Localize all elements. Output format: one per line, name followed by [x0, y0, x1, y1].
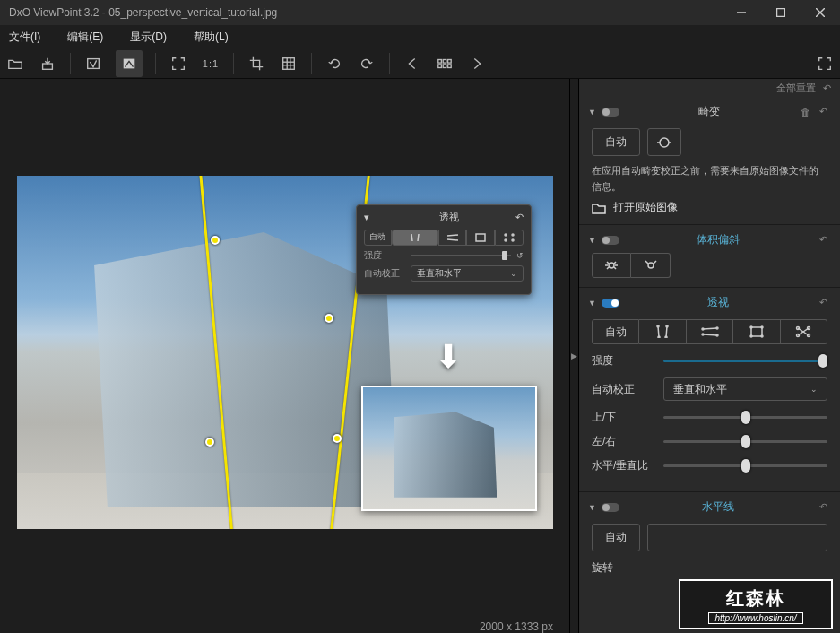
- perspective-rectangle-icon[interactable]: [733, 319, 780, 344]
- fullscreen-icon[interactable]: [815, 54, 835, 74]
- zoom-1to1-button[interactable]: 1:1: [201, 54, 221, 74]
- overlay-autocorrect-label: 自动校正: [364, 267, 405, 280]
- reset-all-icon[interactable]: ↶: [823, 82, 831, 94]
- watermark-url: http://www.hoslin.cn/: [708, 612, 802, 624]
- section-title: 透视: [625, 295, 811, 310]
- section-perspective: ▼ 透视 ↶ 自动 强度 自动校正: [579, 288, 840, 492]
- section-collapse-icon[interactable]: ▼: [588, 503, 596, 512]
- section-title: 水平线: [625, 499, 811, 515]
- leftright-slider[interactable]: [663, 440, 827, 443]
- overlay-horizontal-icon[interactable]: [438, 230, 467, 246]
- section-collapse-icon[interactable]: ▼: [588, 108, 596, 117]
- section-horizon: ▼ 水平线 ↶ 自动 旋转: [579, 492, 840, 585]
- distortion-auto-button[interactable]: 自动: [592, 128, 640, 156]
- section-toggle[interactable]: [602, 503, 619, 512]
- reset-all-button[interactable]: 全部重置: [776, 82, 816, 95]
- guide-handle[interactable]: [205, 438, 214, 447]
- svg-rect-7: [283, 57, 295, 69]
- thumbnails-icon[interactable]: [435, 54, 455, 74]
- updown-label: 上/下: [592, 410, 654, 425]
- section-toggle[interactable]: [602, 236, 619, 245]
- volume-horizontal-icon[interactable]: [592, 253, 631, 278]
- main-toolbar: 1:1: [0, 48, 840, 79]
- view-compare-icon[interactable]: [116, 50, 143, 77]
- open-icon[interactable]: [5, 54, 25, 74]
- result-preview: [361, 386, 537, 511]
- perspective-vertical-icon[interactable]: [639, 319, 686, 344]
- volume-diagonal-icon[interactable]: [631, 253, 671, 278]
- svg-point-25: [505, 239, 507, 241]
- reset-icon[interactable]: ↶: [817, 106, 829, 117]
- strength-label: 强度: [592, 353, 654, 369]
- perspective-8point-icon[interactable]: [781, 319, 827, 344]
- svg-line-21: [447, 239, 458, 240]
- section-volume: ▼ 体积偏斜 ↶: [579, 225, 840, 288]
- horizon-tool-icon[interactable]: [647, 524, 827, 551]
- section-collapse-icon[interactable]: ▼: [588, 299, 596, 308]
- menu-view[interactable]: 显示(D): [126, 28, 170, 47]
- overlay-vertical-icon[interactable]: [392, 230, 438, 246]
- panel-splitter[interactable]: ▶: [569, 79, 578, 633]
- guide-handle[interactable]: [333, 434, 342, 443]
- overlay-auto-button[interactable]: 自动: [364, 230, 393, 246]
- perspective-auto-button[interactable]: 自动: [592, 319, 639, 344]
- section-toggle[interactable]: [602, 108, 619, 117]
- overlay-title: 透视: [384, 211, 515, 224]
- svg-rect-15: [438, 64, 442, 67]
- section-collapse-icon[interactable]: ▼: [588, 236, 596, 245]
- nav-prev-icon[interactable]: [403, 54, 422, 74]
- section-title: 体积偏斜: [625, 232, 811, 247]
- trash-icon[interactable]: 🗑: [799, 107, 811, 117]
- distortion-note: 在应用自动畸变校正之前，需要来自原始图像文件的信息。: [592, 163, 827, 195]
- svg-line-20: [447, 235, 458, 236]
- overlay-strength-reset-icon[interactable]: ↺: [516, 251, 524, 260]
- updown-slider[interactable]: [663, 416, 827, 419]
- overlay-autocorrect-select[interactable]: 垂直和水平⌄: [411, 265, 524, 282]
- close-button[interactable]: [801, 0, 840, 25]
- guide-handle[interactable]: [325, 314, 333, 323]
- undo-icon[interactable]: [325, 54, 344, 74]
- overlay-strength-label: 强度: [364, 249, 405, 262]
- crop-icon[interactable]: [247, 54, 266, 74]
- svg-point-26: [512, 239, 514, 241]
- svg-line-19: [418, 234, 419, 241]
- redo-icon[interactable]: [357, 54, 377, 74]
- minimize-button[interactable]: [722, 0, 761, 25]
- svg-point-27: [660, 138, 669, 147]
- reset-icon[interactable]: ↶: [817, 297, 829, 308]
- open-original-link[interactable]: 打开原始图像: [592, 200, 827, 215]
- grid-icon[interactable]: [279, 54, 299, 74]
- autocorrect-select[interactable]: 垂直和水平⌄: [663, 377, 827, 401]
- overlay-8point-icon[interactable]: [495, 230, 524, 246]
- overlay-collapse-icon[interactable]: ▾: [364, 212, 369, 223]
- distortion-manual-icon[interactable]: [647, 128, 681, 156]
- horizon-auto-button[interactable]: 自动: [592, 524, 640, 551]
- window-title: DxO ViewPoint 3.2 - 05_perspective_verti…: [9, 6, 722, 19]
- menu-help[interactable]: 帮助(L): [190, 28, 232, 47]
- ratio-slider[interactable]: [663, 464, 827, 467]
- view-single-icon[interactable]: [83, 54, 103, 74]
- arrow-down-icon: ⬇: [435, 338, 462, 376]
- overlay-strength-slider[interactable]: [411, 255, 511, 256]
- svg-line-38: [703, 328, 717, 329]
- perspective-horizontal-icon[interactable]: [687, 319, 733, 344]
- save-icon[interactable]: [38, 54, 57, 74]
- maximize-button[interactable]: [761, 0, 801, 25]
- section-toggle[interactable]: [602, 299, 619, 308]
- main-image[interactable]: ▾ 透视 ↶ 自动: [17, 176, 553, 529]
- strength-slider[interactable]: [663, 360, 827, 362]
- section-title: 畸变: [625, 104, 793, 119]
- guide-handle[interactable]: [211, 236, 220, 245]
- overlay-reset-icon[interactable]: ↶: [515, 212, 524, 223]
- reset-icon[interactable]: ↶: [817, 234, 829, 246]
- svg-point-30: [609, 263, 614, 268]
- overlay-rectangle-icon[interactable]: [466, 230, 495, 246]
- svg-point-24: [512, 234, 514, 236]
- reset-icon[interactable]: ↶: [817, 501, 829, 513]
- svg-rect-16: [443, 64, 446, 67]
- menu-file[interactable]: 文件(I): [5, 28, 44, 47]
- fit-screen-icon[interactable]: [169, 54, 188, 74]
- nav-next-icon[interactable]: [467, 54, 487, 74]
- menu-edit[interactable]: 编辑(E): [64, 28, 107, 47]
- watermark-name: 红森林: [688, 586, 824, 611]
